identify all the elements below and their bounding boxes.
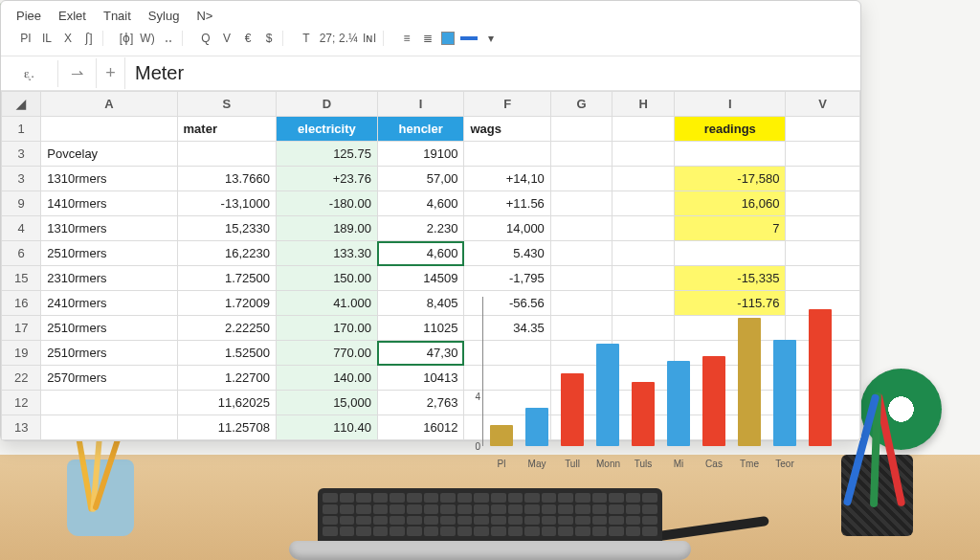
align-center-icon[interactable]: ≣ xyxy=(420,31,435,46)
cell[interactable]: wags xyxy=(464,117,550,142)
cell[interactable]: 2510rmers xyxy=(41,341,177,366)
cell[interactable]: Povcelay xyxy=(41,142,177,167)
cell[interactable]: -1,795 xyxy=(464,266,550,291)
cell[interactable] xyxy=(550,241,612,266)
cell[interactable] xyxy=(786,216,860,241)
menu-item[interactable]: Exlet xyxy=(58,9,86,23)
column-header[interactable]: V xyxy=(786,92,860,117)
menu-item[interactable]: Tnait xyxy=(103,9,131,23)
cell[interactable] xyxy=(786,241,860,266)
cell[interactable]: 7 xyxy=(675,216,786,241)
cell[interactable]: 189.00 xyxy=(276,216,377,241)
cell[interactable]: +14,10 xyxy=(464,167,550,191)
cell[interactable]: 19100 xyxy=(377,142,463,167)
toolbar-btn[interactable]: ʃ] xyxy=(81,31,97,46)
cell[interactable]: 1.72500 xyxy=(177,266,276,291)
cell[interactable]: 16012 xyxy=(377,415,463,440)
cell[interactable]: 1310rmers xyxy=(41,167,177,191)
cell[interactable] xyxy=(612,117,675,142)
row-header[interactable]: 13 xyxy=(2,415,41,440)
cell[interactable] xyxy=(786,167,860,191)
cell[interactable]: electricity xyxy=(276,117,377,142)
cell[interactable] xyxy=(41,391,177,415)
column-header[interactable]: D xyxy=(276,92,377,117)
cell[interactable]: 16,2230 xyxy=(177,241,276,266)
cell[interactable]: 2,763 xyxy=(377,391,463,415)
cell[interactable]: 5.430 xyxy=(464,241,550,266)
cell[interactable]: 15,2330 xyxy=(177,216,276,241)
cell[interactable] xyxy=(177,142,276,167)
cell[interactable] xyxy=(550,216,612,241)
cell[interactable]: 2410rmers xyxy=(41,291,177,316)
cell[interactable]: 11,62025 xyxy=(177,391,276,415)
cell[interactable]: 140.00 xyxy=(276,366,377,391)
insert-function-icon[interactable]: + xyxy=(97,57,125,89)
toolbar-btn[interactable]: $ xyxy=(261,31,277,46)
chevron-down-icon[interactable]: ▾ xyxy=(483,31,499,46)
cell[interactable] xyxy=(786,117,860,142)
cell[interactable]: 125.75 xyxy=(276,142,377,167)
cell[interactable]: 1.72009 xyxy=(177,291,276,316)
cell[interactable] xyxy=(786,142,860,167)
toolbar-btn[interactable]: W) xyxy=(140,31,155,46)
cell[interactable]: 4,600 xyxy=(377,191,463,216)
cell[interactable]: 2310rmers xyxy=(41,266,177,291)
row-header[interactable]: 17 xyxy=(2,316,41,341)
row-header[interactable]: 16 xyxy=(2,291,41,316)
toolbar-btn[interactable]: Q xyxy=(198,31,213,46)
cell[interactable]: +23.76 xyxy=(276,167,377,191)
cell[interactable]: 14,000 xyxy=(464,216,550,241)
cell[interactable]: 110.40 xyxy=(276,415,377,440)
cell[interactable]: 2.22250 xyxy=(177,316,276,341)
cell[interactable]: 16,060 xyxy=(675,191,786,216)
toolbar-btn[interactable]: V xyxy=(219,31,234,46)
name-box[interactable]: ᶓ. xyxy=(1,60,58,87)
cell[interactable]: 11025 xyxy=(377,316,463,341)
cell[interactable]: hencler xyxy=(377,117,463,142)
toolbar-btn[interactable]: 2.¼ xyxy=(341,31,356,46)
column-header[interactable]: I xyxy=(675,92,786,117)
fill-color-icon[interactable] xyxy=(441,32,455,45)
row-header[interactable]: 4 xyxy=(2,216,41,241)
column-header[interactable]: S xyxy=(177,92,276,117)
cell[interactable] xyxy=(41,415,177,440)
column-header[interactable]: H xyxy=(612,92,675,117)
cell[interactable] xyxy=(786,191,860,216)
cell[interactable] xyxy=(41,117,177,142)
row-header[interactable]: 3 xyxy=(2,142,41,167)
cell[interactable] xyxy=(675,241,786,266)
toolbar-btn[interactable]: T xyxy=(299,31,314,46)
cell[interactable]: -15,335 xyxy=(675,266,786,291)
cell[interactable] xyxy=(612,167,675,191)
cell[interactable] xyxy=(550,167,612,191)
row-header[interactable]: 22 xyxy=(2,366,41,391)
cell[interactable]: 14509 xyxy=(377,266,463,291)
cell[interactable]: 1.22700 xyxy=(177,366,276,391)
toolbar-btn[interactable]: 27; xyxy=(320,31,335,46)
toolbar-btn[interactable]: ‥ xyxy=(161,31,176,46)
cell[interactable]: 15,000 xyxy=(276,391,377,415)
cell[interactable]: -17,580 xyxy=(675,167,786,191)
cell[interactable]: -13,1000 xyxy=(177,191,276,216)
toolbar-btn[interactable]: X xyxy=(60,31,76,46)
cell[interactable]: -180.00 xyxy=(276,191,377,216)
cell[interactable]: readings xyxy=(675,117,786,142)
cell[interactable] xyxy=(612,191,675,216)
toolbar-btn[interactable]: € xyxy=(240,31,256,46)
fx-dropdown-icon[interactable]: ⇀ xyxy=(58,58,97,88)
menu-item[interactable]: Piee xyxy=(16,9,41,23)
cell[interactable]: 13.7660 xyxy=(177,167,276,191)
row-header[interactable]: 15 xyxy=(2,266,41,291)
select-all-corner[interactable]: ◢ xyxy=(2,92,41,117)
column-header[interactable]: G xyxy=(550,92,612,117)
toolbar-btn[interactable]: PI xyxy=(18,31,33,46)
cell[interactable]: 1410rmers xyxy=(41,191,177,216)
row-header[interactable]: 12 xyxy=(2,391,41,415)
row-header[interactable]: 1 xyxy=(2,117,41,142)
cell[interactable]: 150.00 xyxy=(276,266,377,291)
cell[interactable]: 8,405 xyxy=(377,291,463,316)
menu-item[interactable]: Sylug xyxy=(148,9,180,23)
cell[interactable]: mater xyxy=(177,117,276,142)
cell[interactable] xyxy=(612,266,675,291)
toolbar-btn[interactable]: [ɸ] xyxy=(119,31,134,46)
